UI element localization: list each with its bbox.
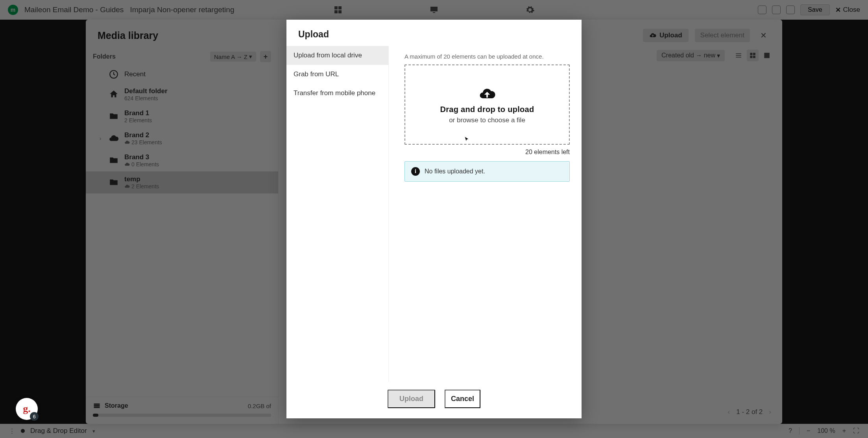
dropzone-subtitle: or browse to choose a file xyxy=(449,116,525,124)
file-dropzone[interactable]: Drag and drop to upload or browse to cho… xyxy=(404,64,570,145)
tab-transfer-mobile[interactable]: Transfer from mobile phone xyxy=(286,84,388,103)
upload-limit-hint: A maximum of 20 elements can be uploaded… xyxy=(404,53,570,60)
cloud-upload-icon xyxy=(478,85,496,103)
dropzone-title: Drag and drop to upload xyxy=(440,105,534,114)
upload-status-text: No files uploaded yet. xyxy=(425,168,485,175)
tab-grab-url[interactable]: Grab from URL xyxy=(286,65,388,84)
g-logo-icon: g. xyxy=(23,403,31,415)
modal-upload-button[interactable]: Upload xyxy=(388,390,435,408)
modal-cancel-button[interactable]: Cancel xyxy=(445,390,480,408)
upload-modal: Upload Upload from local drive Grab from… xyxy=(286,20,582,418)
modal-title: Upload xyxy=(298,29,570,40)
tab-upload-local[interactable]: Upload from local drive xyxy=(286,46,388,65)
notification-count: 6 xyxy=(30,412,39,421)
help-widget-badge[interactable]: g. 6 xyxy=(16,398,38,420)
elements-left-count: 20 elements left xyxy=(404,149,570,156)
upload-source-tabs: Upload from local drive Grab from URL Tr… xyxy=(286,46,389,382)
info-icon: i xyxy=(411,167,420,176)
upload-status-info: i No files uploaded yet. xyxy=(404,161,570,182)
